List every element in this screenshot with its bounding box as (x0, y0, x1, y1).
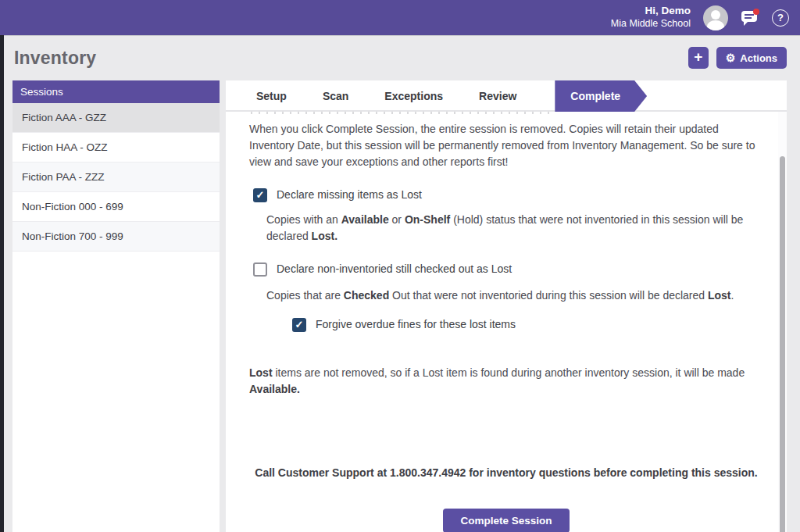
actions-button-label: Actions (740, 52, 777, 64)
complete-tab-content: When you click Complete Session, the ent… (226, 112, 787, 532)
session-item-fiction-paa-zzz[interactable]: Fiction PAA - ZZZ (12, 162, 220, 192)
session-detail-panel: Setup Scan Exceptions Review Complete Wh… (226, 80, 787, 532)
sessions-sidebar: Sessions Fiction AAA - GZZ Fiction HAA -… (12, 80, 220, 532)
notification-badge (753, 9, 759, 15)
actions-button[interactable]: ⚙ Actions (716, 47, 787, 69)
declare-checkedout-checkbox[interactable] (253, 262, 267, 277)
help-icon[interactable]: ? (772, 9, 789, 27)
page-title: Inventory (14, 48, 96, 69)
option-declare-missing-row: ✓ Declare missing items as Lost (253, 187, 763, 203)
avatar-person-icon (711, 10, 720, 20)
declare-missing-label[interactable]: Declare missing items as Lost (277, 187, 422, 203)
tab-scan[interactable]: Scan (305, 80, 366, 112)
intro-paragraph: When you click Complete Session, the ent… (249, 121, 763, 170)
forgive-fines-checkbox[interactable]: ✓ (292, 318, 306, 332)
session-item-nonfiction-700-999[interactable]: Non-Fiction 700 - 999 (12, 222, 220, 252)
tab-complete[interactable]: Complete (555, 80, 647, 112)
declare-checkedout-description: Copies that are Checked Out that were no… (266, 287, 763, 304)
top-bar: Hi, Demo Mia Middle School ? (0, 0, 800, 35)
clipped-scrolled-text (251, 112, 555, 114)
forgive-fines-row: ✓ Forgive overdue fines for these lost i… (292, 316, 763, 333)
tab-exceptions[interactable]: Exceptions (366, 80, 461, 112)
complete-session-button[interactable]: Complete Session (443, 509, 569, 532)
site-name: Mia Middle School (611, 18, 691, 30)
lost-note: Lost items are not removed, so if a Lost… (249, 365, 763, 398)
forgive-fines-label[interactable]: Forgive overdue fines for these lost ite… (316, 316, 516, 333)
session-item-nonfiction-000-699[interactable]: Non-Fiction 000 - 699 (12, 192, 220, 222)
declare-missing-checkbox[interactable]: ✓ (253, 188, 267, 202)
page-header: Inventory + ⚙ Actions (4, 35, 800, 80)
user-greeting: Hi, Demo Mia Middle School (611, 5, 691, 30)
content-scrollbar-track[interactable] (778, 112, 787, 532)
declare-checkedout-label[interactable]: Declare non-inventoried still checked ou… (277, 261, 512, 277)
support-note: Call Customer Support at 1.800.347.4942 … (249, 465, 763, 481)
session-item-fiction-haa-ozz[interactable]: Fiction HAA - OZZ (12, 133, 220, 162)
option-declare-checkedout-row: Declare non-inventoried still checked ou… (253, 261, 763, 277)
avatar[interactable] (703, 5, 728, 30)
sessions-header: Sessions (12, 80, 220, 103)
window-edge (0, 35, 4, 532)
session-item-fiction-aaa-gzz[interactable]: Fiction AAA - GZZ (12, 103, 220, 133)
tab-setup[interactable]: Setup (238, 80, 305, 112)
greeting-name: Hi, Demo (611, 5, 691, 18)
gear-icon: ⚙ (726, 52, 736, 63)
tab-review[interactable]: Review (461, 80, 534, 112)
messages-icon[interactable] (741, 9, 759, 27)
content-scrollbar-thumb[interactable] (780, 156, 785, 532)
add-button[interactable]: + (688, 47, 709, 69)
session-tabs: Setup Scan Exceptions Review Complete (226, 80, 787, 112)
declare-missing-description: Copies with an Available or On-Shelf (Ho… (266, 212, 763, 245)
